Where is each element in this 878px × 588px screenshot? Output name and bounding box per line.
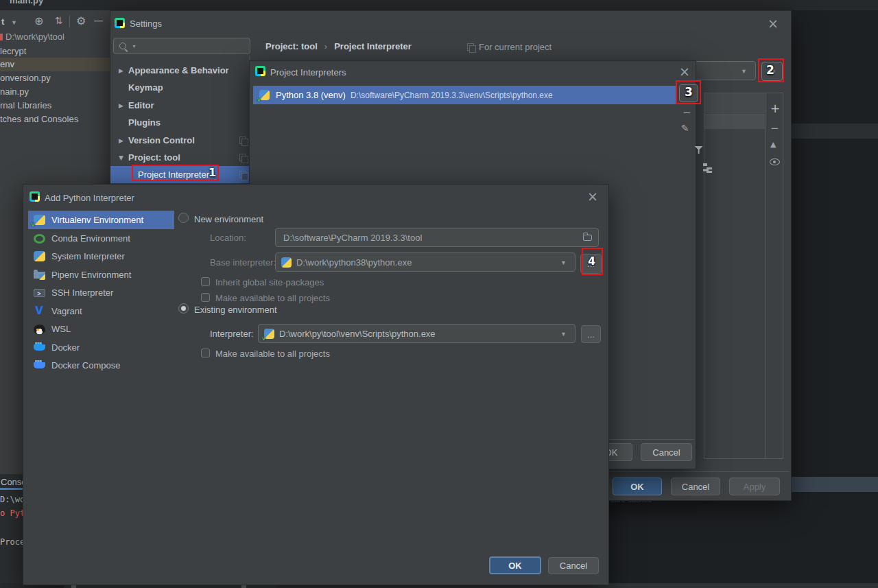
python-icon	[34, 251, 45, 261]
add-dialog-title: Add Python Interpreter	[45, 193, 134, 203]
settings-tree-item-keymap[interactable]: Keymap	[110, 79, 249, 96]
conda-icon	[34, 234, 45, 244]
sidebar-item-conda[interactable]: Conda Environment	[28, 229, 174, 248]
base-interpreter-combo[interactable]: D:\work\python38\python.exe ▼	[275, 252, 576, 272]
settings-search-input[interactable]: ▼	[113, 38, 250, 54]
scope-mini-icon	[239, 171, 246, 178]
tree-item[interactable]: onversion.py	[0, 73, 51, 83]
close-icon[interactable]: ×	[679, 66, 690, 77]
make-available2-label[interactable]: Make available to all projects	[215, 349, 330, 359]
location-label: Location:	[210, 233, 246, 243]
sidebar-item-pipenv[interactable]: Pipenv Environment	[28, 266, 174, 284]
close-icon[interactable]: ×	[768, 18, 779, 29]
console-line: Proces	[0, 537, 23, 547]
console-panel: Conso D:\wor o Pyt Proces	[0, 474, 23, 583]
breadcrumb-project[interactable]: Project: tool	[265, 41, 318, 51]
pycharm-icon	[29, 191, 40, 202]
eye-icon[interactable]	[770, 158, 780, 165]
close-icon[interactable]: ×	[587, 191, 598, 202]
inherit-packages-label[interactable]: Inherit global site-packages	[215, 277, 324, 287]
sidebar-item-ssh[interactable]: > SSH Interpreter	[28, 283, 174, 302]
interpreter-combo[interactable]: D:\work\py\tool\venv\Scripts\python.exe …	[258, 324, 576, 343]
background-band-blue	[790, 477, 878, 492]
editor-tab-mainpy[interactable]: main.py	[10, 0, 43, 5]
interpreter-path: D:\software\PyCharm 2019.3.3\venv\Script…	[351, 91, 553, 100]
python-venv-icon	[34, 215, 45, 225]
add-package-icon[interactable]: +	[770, 102, 780, 115]
locate-icon[interactable]: ⊕	[34, 14, 43, 27]
collapse-all-icon[interactable]: ⇅	[55, 15, 63, 26]
chevron-down-icon[interactable]: ▼	[11, 20, 17, 26]
project-view-selector[interactable]: t	[1, 16, 4, 27]
edit-icon[interactable]: ✎	[681, 123, 689, 134]
make-available2-checkbox[interactable]	[201, 349, 210, 357]
remove-interpreter-icon[interactable]: −	[683, 106, 691, 119]
console-error-line: o Pyt	[0, 508, 23, 518]
sidebar-item-wsl[interactable]: WSL	[28, 320, 174, 338]
existing-environment-radio[interactable]	[178, 303, 189, 314]
add-interpreter-dialog: Add Python Interpreter × Virtualenv Envi…	[23, 184, 609, 585]
new-environment-label[interactable]: New environment	[194, 214, 263, 224]
annotation-number-4: 4	[588, 255, 595, 268]
ssh-icon: >	[34, 289, 45, 297]
settings-tree-item-plugins[interactable]: Plugins	[110, 114, 249, 131]
package-table-row[interactable]	[704, 115, 765, 129]
hide-panel-icon[interactable]: —	[94, 15, 103, 25]
apply-button[interactable]: Apply	[729, 478, 780, 495]
sidebar-item-virtualenv[interactable]: Virtualenv Environment	[28, 211, 174, 229]
python-icon	[281, 257, 292, 268]
scope-label: For current project	[479, 42, 551, 52]
sidebar-item-docker[interactable]: Docker	[28, 338, 174, 357]
annotation-number-3: 3	[685, 85, 693, 99]
make-available-checkbox[interactable]	[201, 293, 210, 302]
tree-item-selected[interactable]: env	[0, 58, 110, 71]
inherit-packages-checkbox[interactable]	[201, 277, 210, 286]
search-dropdown-icon[interactable]: ▼	[132, 44, 137, 49]
tree-item[interactable]: rnal Libraries	[0, 100, 51, 110]
make-available-label[interactable]: Make available to all projects	[215, 293, 330, 303]
settings-tree-item-project-tool[interactable]: ▼Project: tool	[110, 149, 249, 166]
sidebar-item-system[interactable]: System Interpreter	[28, 247, 174, 266]
interpreters-dialog-title: Project Interpreters	[270, 67, 346, 78]
base-interpreter-label: Base interpreter:	[210, 257, 276, 268]
upgrade-package-icon[interactable]: ▲	[770, 140, 776, 149]
interpreter-browse-button[interactable]: ...	[581, 325, 601, 343]
project-root[interactable]: D:\work\py\tool	[5, 32, 64, 42]
sidebar-item-vagrant[interactable]: V Vagrant	[28, 302, 174, 320]
python-venv-icon	[259, 90, 270, 100]
tree-item[interactable]: lecrypt	[0, 46, 26, 56]
tree-item[interactable]: nain.py	[0, 86, 29, 97]
console-tab-underline	[0, 488, 23, 490]
breadcrumb-page: Project Interpreter	[334, 41, 412, 51]
interpreter-list-item-selected[interactable]: Python 3.8 (venv) D:\software\PyCharm 20…	[253, 86, 676, 104]
pipenv-icon	[34, 272, 45, 279]
background-band-light	[790, 124, 878, 139]
sidebar-item-docker-compose[interactable]: Docker Compose	[28, 356, 174, 375]
console-tab[interactable]: Conso	[1, 477, 23, 487]
settings-tree-item-version-control[interactable]: ▶Version Control	[110, 132, 249, 149]
remove-package-icon[interactable]: −	[770, 122, 779, 134]
tree-item[interactable]: tches and Consoles	[0, 114, 78, 124]
scope-mini-icon	[239, 154, 246, 161]
cancel-button[interactable]: Cancel	[641, 443, 692, 461]
cancel-button[interactable]: Cancel	[671, 478, 720, 495]
folder-icon[interactable]	[583, 235, 592, 241]
new-environment-radio[interactable]	[178, 213, 189, 223]
cancel-button[interactable]: Cancel	[548, 557, 599, 574]
annotation-number-1: 1	[209, 166, 216, 179]
console-line: D:\wor	[0, 495, 23, 504]
toolbar-divider	[69, 15, 70, 27]
search-icon	[119, 43, 126, 49]
ok-button[interactable]: OK	[613, 478, 662, 495]
ok-button[interactable]: OK	[489, 556, 541, 574]
scope-icon	[467, 43, 474, 51]
settings-tree-item-appearance[interactable]: ▶Appearance & Behavior	[110, 62, 249, 79]
location-field[interactable]: D:\software\PyCharm 2019.3.3\tool	[275, 228, 599, 247]
linux-penguin-icon	[34, 325, 45, 334]
gear-icon[interactable]: ⚙	[76, 14, 86, 27]
pycharm-icon	[255, 66, 265, 76]
show-paths-icon[interactable]	[703, 163, 713, 172]
existing-environment-label[interactable]: Existing environment	[194, 305, 277, 315]
settings-tree-item-editor[interactable]: ▶Editor	[110, 97, 249, 114]
docker-compose-icon	[34, 362, 45, 368]
